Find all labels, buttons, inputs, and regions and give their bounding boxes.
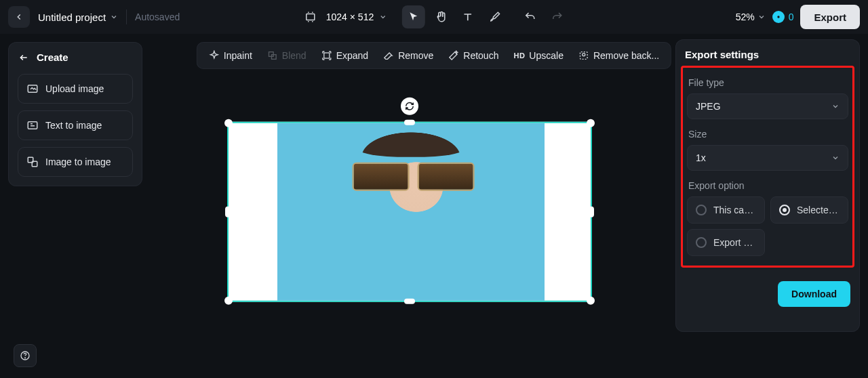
export-label: Export [814, 12, 846, 23]
radio-icon [696, 237, 707, 248]
retouch-tool[interactable]: Retouch [441, 46, 505, 65]
export-panel-title: Export settings [685, 49, 850, 60]
top-center: 1024 × 512 [299, 5, 569, 28]
upload-label: Upload image [45, 83, 104, 94]
chevron-down-icon [831, 102, 840, 110]
undo-button[interactable] [519, 5, 542, 28]
wand-icon [448, 50, 459, 61]
svg-point-13 [25, 358, 26, 358]
size-value: 1x [696, 152, 706, 163]
export-button[interactable]: Export [800, 5, 860, 29]
svg-rect-0 [307, 14, 315, 20]
expand-tool[interactable]: Expand [315, 46, 375, 65]
main-area: Create Upload image Text to image Image … [0, 34, 868, 378]
top-right: 52% 0 Export [736, 5, 860, 29]
image-to-image-button[interactable]: Image to image [18, 147, 133, 177]
file-type-select[interactable]: JPEG [687, 93, 848, 119]
export-panel: Export settings File type JPEG Size 1x E… [675, 39, 860, 332]
upload-image-button[interactable]: Upload image [18, 74, 133, 104]
help-icon [20, 350, 31, 361]
arrow-left-icon [18, 53, 30, 62]
upload-icon [26, 83, 39, 95]
resize-handle-bottom[interactable] [404, 299, 415, 304]
download-button[interactable]: Download [778, 281, 850, 307]
chevron-down-icon [379, 13, 387, 21]
project-title-text: Untitled project [38, 12, 106, 23]
dimensions-text: 1024 × 512 [326, 12, 374, 22]
fit-icon [304, 11, 317, 23]
canvas-image[interactable] [277, 123, 545, 301]
cursor-icon [408, 12, 419, 22]
blend-icon [267, 50, 278, 61]
eraser-icon [383, 50, 394, 61]
svg-point-11 [583, 54, 585, 56]
size-label: Size [688, 129, 848, 140]
left-panel: Create Upload image Text to image Image … [8, 42, 142, 186]
radio-icon [696, 205, 707, 215]
remove-background-tool[interactable]: Remove back... [572, 46, 666, 65]
brush-icon [489, 11, 501, 23]
canvas-selection[interactable] [227, 122, 592, 302]
back-button[interactable] [8, 6, 30, 28]
rotate-handle[interactable] [401, 98, 418, 115]
settings-highlight: File type JPEG Size 1x Export option Thi… [681, 66, 854, 268]
autosave-status: Autosaved [135, 12, 180, 22]
text-to-image-icon [26, 119, 39, 131]
image-content [343, 110, 479, 157]
canvas-area[interactable] [149, 75, 670, 378]
image-to-image-label: Image to image [45, 156, 111, 167]
text-tool[interactable] [456, 5, 479, 28]
resize-handle-tr[interactable] [587, 119, 595, 127]
chevron-left-icon [14, 12, 24, 22]
text-to-image-label: Text to image [45, 120, 102, 131]
svg-rect-9 [324, 53, 330, 58]
radio-icon [779, 205, 790, 215]
chevron-down-icon [110, 13, 118, 21]
create-header: Create [18, 51, 133, 63]
inpaint-tool[interactable]: Inpaint [202, 46, 259, 65]
top-bar: Untitled project Autosaved 1024 × 512 [0, 0, 868, 34]
project-title[interactable]: Untitled project [38, 12, 118, 23]
export-option-export-all[interactable]: Export all ... [687, 229, 765, 256]
redo-icon [551, 11, 564, 23]
file-type-label: File type [688, 77, 848, 88]
export-option-selected-layer[interactable]: Selected l... [770, 196, 848, 224]
select-tool[interactable] [402, 5, 425, 28]
pan-tool[interactable] [429, 5, 452, 28]
undo-icon [524, 11, 536, 23]
hd-icon: HD [513, 51, 525, 60]
resize-handle-bl[interactable] [224, 297, 233, 305]
export-option-this-canvas[interactable]: This canvas [687, 196, 765, 224]
export-option-label: Export option [688, 180, 848, 191]
remove-tool[interactable]: Remove [376, 46, 440, 65]
rotate-icon [405, 102, 414, 111]
edit-toolbar: Inpaint Blend Expand Remove Retouch HD U… [197, 42, 671, 69]
chevron-down-icon [831, 154, 840, 162]
resize-handle-top[interactable] [404, 120, 415, 125]
svg-point-1 [777, 16, 779, 18]
credits-value: 0 [789, 12, 794, 22]
inpaint-icon [209, 50, 220, 61]
resize-handle-tl[interactable] [224, 119, 233, 127]
image-content [353, 159, 475, 190]
credits-display[interactable]: 0 [772, 11, 794, 23]
upscale-tool[interactable]: HD Upscale [507, 46, 570, 65]
coin-icon [772, 11, 785, 23]
divider [126, 9, 127, 24]
canvas-dimensions[interactable]: 1024 × 512 [326, 12, 387, 22]
size-select[interactable]: 1x [687, 145, 848, 171]
zoom-control[interactable]: 52% [736, 12, 766, 22]
fit-to-screen-button[interactable] [299, 5, 322, 28]
text-icon [462, 12, 473, 22]
resize-handle-br[interactable] [587, 297, 595, 305]
resize-handle-right[interactable] [589, 207, 594, 217]
blend-tool: Blend [260, 46, 313, 65]
resize-handle-left[interactable] [225, 207, 231, 217]
image-to-image-icon [26, 156, 39, 168]
text-to-image-button[interactable]: Text to image [18, 110, 133, 140]
create-label: Create [37, 51, 68, 63]
expand-icon [321, 50, 332, 61]
brush-tool[interactable] [484, 5, 507, 28]
help-button[interactable] [14, 344, 37, 367]
redo-button[interactable] [546, 5, 569, 28]
